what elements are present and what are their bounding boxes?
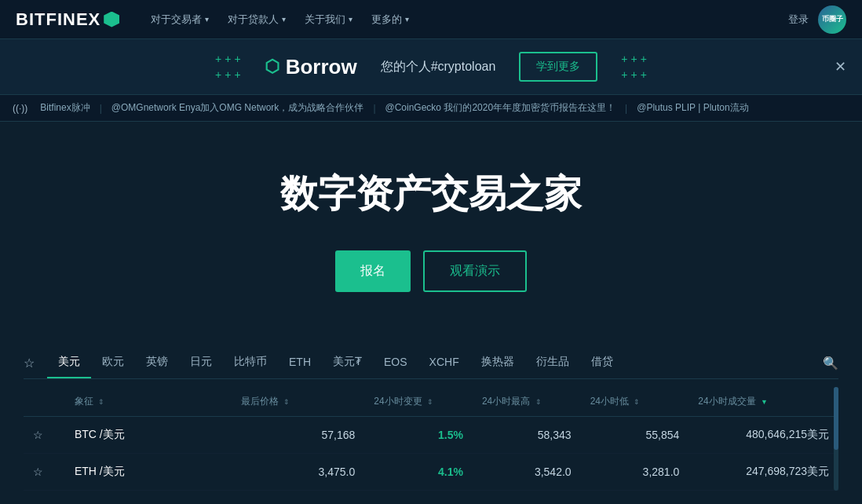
tab-eur[interactable]: 欧元 xyxy=(91,347,135,378)
tab-usdt[interactable]: 美元₮ xyxy=(322,347,373,378)
logo[interactable]: BITFINEX xyxy=(16,9,119,30)
ticker-item-0: @OMGnetwork Enya加入OMG Network，成为战略合作伙伴 xyxy=(111,101,364,115)
th-star xyxy=(24,387,65,417)
ticker-label: Bitfinex脉冲 xyxy=(40,101,89,115)
row-high-cell: 58,343 xyxy=(473,417,581,454)
scrollbar-track[interactable] xyxy=(834,387,838,491)
ticker-pulse-icon: ((·)) xyxy=(0,103,40,114)
sort-icon: ⇕ xyxy=(98,398,104,406)
navbar: BITFINEX 对于交易者 ▾ 对于贷款人 ▾ 关于我们 ▾ 更多的 ▾ 登录… xyxy=(0,0,862,39)
tab-usd[interactable]: 美元 xyxy=(47,347,91,378)
row-high-cell: 3,542.0 xyxy=(473,454,581,491)
sort-icon: ⇕ xyxy=(427,398,433,406)
table-row: ☆ BTC /美元 57,168 1.5% 58,343 55,854 480,… xyxy=(24,417,838,454)
row-star-cell: ☆ xyxy=(24,417,65,454)
table-row: ☆ ETH /美元 3,475.0 4.1% 3,542.0 3,281.0 2… xyxy=(24,454,838,491)
scrollbar-thumb[interactable] xyxy=(834,387,838,450)
tab-eos[interactable]: EOS xyxy=(373,348,418,378)
th-low[interactable]: 24小时低 ⇕ xyxy=(581,387,689,417)
hero-buttons: 报名 观看演示 xyxy=(16,250,846,292)
tab-lending[interactable]: 借贷 xyxy=(580,347,624,378)
banner-decoration-right: + + + + + + xyxy=(621,53,647,81)
price-change: 4.1% xyxy=(438,466,463,478)
banner-subtitle: 您的个人#cryptoloan xyxy=(381,59,496,75)
logo-icon xyxy=(104,12,119,27)
row-volume-cell: 480,646,215美元 xyxy=(689,417,838,454)
market-tabs: ☆ 美元 欧元 英镑 日元 比特币 ETH 美元₮ EOS XCHF 换热器 衍… xyxy=(24,347,838,379)
sort-active-icon: ▼ xyxy=(761,398,768,406)
sort-icon: ⇕ xyxy=(283,398,290,406)
banner-learn-more-button[interactable]: 学到更多 xyxy=(519,52,597,82)
hero-section: 数字资产交易之家 报名 观看演示 xyxy=(0,122,862,331)
pair-symbol[interactable]: ETH /美元 xyxy=(75,465,125,477)
th-symbol[interactable]: 象征 ⇕ xyxy=(65,387,232,417)
watermark-badge: 币圈子 xyxy=(818,5,846,34)
row-volume-cell: 247,698,723美元 xyxy=(689,454,838,491)
tab-gbp[interactable]: 英镑 xyxy=(135,347,179,378)
market-section: ☆ 美元 欧元 英镑 日元 比特币 ETH 美元₮ EOS XCHF 换热器 衍… xyxy=(0,347,862,491)
row-low-cell: 55,854 xyxy=(581,417,689,454)
favorite-star-icon[interactable]: ☆ xyxy=(33,429,43,441)
chevron-down-icon: ▾ xyxy=(405,15,409,24)
sort-icon: ⇕ xyxy=(535,398,542,406)
demo-button[interactable]: 观看演示 xyxy=(423,250,527,292)
th-price[interactable]: 最后价格 ⇕ xyxy=(232,387,364,417)
nav-item-about[interactable]: 关于我们 ▾ xyxy=(297,8,360,31)
pair-symbol[interactable]: BTC /美元 xyxy=(75,428,125,440)
signup-button[interactable]: 报名 xyxy=(335,250,411,292)
row-symbol-cell: BTC /美元 xyxy=(65,417,232,454)
nav-menu: 对于交易者 ▾ 对于贷款人 ▾ 关于我们 ▾ 更多的 ▾ xyxy=(143,8,788,31)
market-table-body: ☆ BTC /美元 57,168 1.5% 58,343 55,854 480,… xyxy=(24,417,838,491)
borrow-icon: ⬡ xyxy=(265,57,279,77)
banner-brand: ⬡ Borrow xyxy=(265,55,357,79)
row-low-cell: 3,281.0 xyxy=(581,454,689,491)
hero-title: 数字资产交易之家 xyxy=(16,169,846,219)
nav-item-lenders[interactable]: 对于贷款人 ▾ xyxy=(220,8,294,31)
chevron-down-icon: ▾ xyxy=(205,15,209,24)
market-search-icon[interactable]: 🔍 xyxy=(823,356,838,371)
banner-decoration-left: + + + + + + xyxy=(215,53,241,81)
row-star-cell: ☆ xyxy=(24,454,65,491)
row-price-cell: 3,475.0 xyxy=(232,454,364,491)
favorite-star-icon[interactable]: ☆ xyxy=(33,466,43,478)
tab-derivatives[interactable]: 衍生品 xyxy=(525,347,580,378)
row-change-cell: 1.5% xyxy=(364,417,473,454)
ticker-bar: ((·)) Bitfinex脉冲 | @OMGnetwork Enya加入OMG… xyxy=(0,94,862,122)
th-high[interactable]: 24小时最高 ⇕ xyxy=(473,387,581,417)
th-volume[interactable]: 24小时成交量 ▼ xyxy=(689,387,838,417)
row-symbol-cell: ETH /美元 xyxy=(65,454,232,491)
tab-btc[interactable]: 比特币 xyxy=(223,347,278,378)
nav-item-traders[interactable]: 对于交易者 ▾ xyxy=(143,8,217,31)
sort-icon: ⇕ xyxy=(634,398,640,406)
market-table: 象征 ⇕ 最后价格 ⇕ 24小时变更 ⇕ 24小时最高 ⇕ xyxy=(24,387,838,491)
nav-right: 登录 币圈子 xyxy=(788,5,846,34)
chevron-down-icon: ▾ xyxy=(282,15,286,24)
banner-close-button[interactable]: ✕ xyxy=(835,58,846,75)
login-button[interactable]: 登录 xyxy=(788,13,809,27)
logo-text: BITFINEX xyxy=(16,9,100,30)
tab-exchange[interactable]: 换热器 xyxy=(470,347,525,378)
row-change-cell: 4.1% xyxy=(364,454,473,491)
market-table-container: 象征 ⇕ 最后价格 ⇕ 24小时变更 ⇕ 24小时最高 ⇕ xyxy=(24,387,838,491)
th-change[interactable]: 24小时变更 ⇕ xyxy=(364,387,473,417)
favorites-star-icon[interactable]: ☆ xyxy=(24,356,35,371)
tab-xchf[interactable]: XCHF xyxy=(418,348,470,378)
ticker-item-1: @CoinGecko 我们的2020年年度加密货币报告在这里！ xyxy=(385,101,616,115)
promo-banner: + + + + + + ⬡ Borrow 您的个人#cryptoloan 学到更… xyxy=(0,39,862,94)
row-price-cell: 57,168 xyxy=(232,417,364,454)
tab-jpy[interactable]: 日元 xyxy=(179,347,223,378)
tab-eth[interactable]: ETH xyxy=(278,348,322,378)
chevron-down-icon: ▾ xyxy=(349,15,352,24)
table-header-row: 象征 ⇕ 最后价格 ⇕ 24小时变更 ⇕ 24小时最高 ⇕ xyxy=(24,387,838,417)
ticker-item-2: @Plutus PLIP | Pluton流动 xyxy=(637,101,748,115)
price-change: 1.5% xyxy=(438,429,463,441)
nav-item-more[interactable]: 更多的 ▾ xyxy=(363,8,417,31)
